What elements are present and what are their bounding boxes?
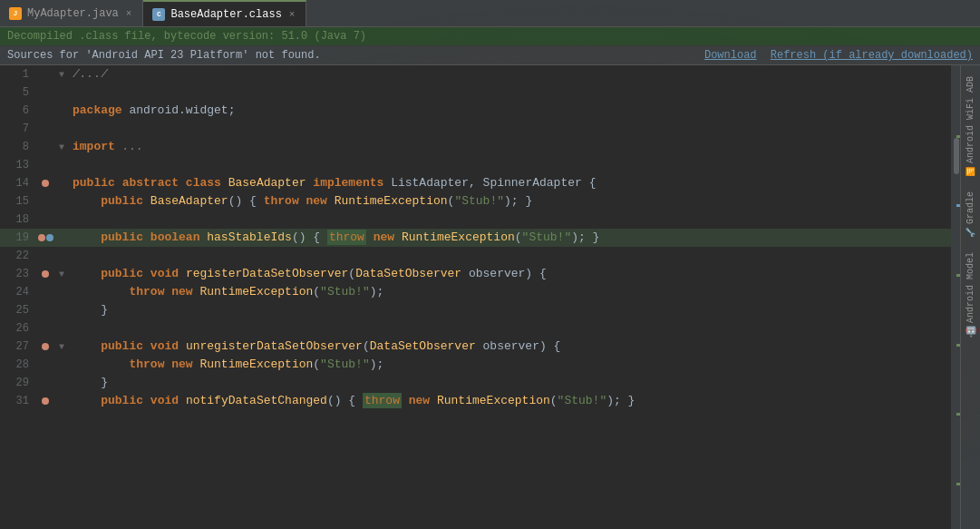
table-row: 29 } [0,374,951,392]
refresh-link[interactable]: Refresh (if already downloaded) [771,49,973,62]
line-code: import ... [69,138,951,156]
line-number: 6 [0,104,36,117]
table-row: 14 public abstract class BaseAdapter imp… [0,174,951,192]
class-file-icon: C [152,8,165,21]
table-row: 7 [0,120,951,138]
android-model-icon: 🤖 [965,327,976,338]
line-number: 7 [0,122,36,135]
scroll-marker [956,135,960,138]
line-number: 25 [0,304,36,317]
tab-baseadapter-label: BaseAdapter.class [170,8,281,21]
scrollbar-markers [951,65,960,529]
tab-myadapter-label: MyAdapter.java [27,7,119,20]
wifi-adb-icon: 📶 [966,167,975,177]
table-row: 13 [0,156,951,174]
fold-icon[interactable]: ▼ [54,342,69,352]
main-area: 1 ▼ /.../ 5 6 package android.widget; [0,65,980,529]
sidebar-tool-android-model[interactable]: 🤖 Android Model [963,249,978,342]
fold-icon[interactable]: ▼ [54,269,69,279]
line-number: 15 [0,195,36,208]
wifi-adb-label: Android WiFi ADB [965,76,975,163]
line-gutter [36,397,54,405]
tab-baseadapter[interactable]: C BaseAdapter.class × [143,0,306,26]
line-number: 1 [0,68,36,81]
code-editor[interactable]: 1 ▼ /.../ 5 6 package android.widget; [0,65,951,529]
table-row: 15 public BaseAdapter() { throw new Runt… [0,192,951,211]
table-row: 28 throw new RuntimeException("Stub!"); [0,356,951,374]
table-row: 23 ▼ public void registerDataSetObserver… [0,265,951,283]
line-number: 23 [0,268,36,280]
table-row: 18 [0,211,951,229]
tab-myadapter-close[interactable]: × [124,7,134,20]
line-code: } [69,301,951,319]
line-gutter [36,343,54,350]
breakpoint-dot[interactable] [42,343,49,350]
line-code: /.../ [69,65,951,83]
code-content: 1 ▼ /.../ 5 6 package android.widget; [0,65,951,410]
line-code: public BaseAdapter() { throw new Runtime… [69,192,951,211]
table-row: 26 [0,319,951,338]
scroll-marker [956,274,960,277]
scroll-marker [956,344,960,347]
fold-icon[interactable]: ▼ [54,70,69,80]
line-code: public boolean hasStableIds() { throw ne… [69,229,951,247]
line-gutter [36,234,54,241]
tab-myadapter[interactable]: J MyAdapter.java × [0,0,143,26]
line-code: public void notifyDataSetChanged() { thr… [69,392,951,410]
exec-dot[interactable] [46,234,53,241]
breakpoint-dot[interactable] [42,180,49,187]
table-row: 25 } [0,301,951,319]
tab-baseadapter-close[interactable]: × [287,8,297,21]
table-row: 19 public boolean hasStableIds() { throw… [0,229,951,247]
gradle-icon: 🔧 [966,228,975,238]
sidebar-tool-gradle[interactable]: 🔧 Gradle [964,188,977,241]
line-gutter [36,180,54,187]
scroll-marker [956,413,960,416]
line-number: 19 [0,231,36,244]
line-number: 31 [0,395,36,407]
line-code: throw new RuntimeException("Stub!"); [69,283,951,301]
line-number: 28 [0,358,36,371]
download-link[interactable]: Download [704,49,757,62]
line-code: public void registerDataSetObserver(Data… [69,265,951,283]
line-number: 27 [0,340,36,353]
decompiled-info-text: Decompiled .class file, bytecode version… [7,30,366,43]
right-sidebar: 📶 Android WiFi ADB 🔧 Gradle 🤖 Android Mo… [960,65,980,529]
android-model-label: Android Model [965,252,975,323]
line-code: public void unregisterDataSetObserver(Da… [69,338,951,356]
sidebar-tool-wifi-adb[interactable]: 📶 Android WiFi ADB [964,73,977,181]
line-number: 18 [0,213,36,226]
breakpoint-dot[interactable] [42,397,49,405]
line-number: 14 [0,177,36,190]
table-row: 22 [0,247,951,265]
fold-icon[interactable]: ▼ [54,142,69,152]
table-row: 1 ▼ /.../ [0,65,951,83]
sources-bar: Sources for 'Android API 23 Platform' no… [0,46,980,65]
tab-bar: J MyAdapter.java × C BaseAdapter.class × [0,0,980,27]
scroll-marker [956,483,960,485]
java-file-icon: J [9,7,22,20]
sources-actions: Download Refresh (if already downloaded) [697,49,973,62]
line-number: 5 [0,86,36,99]
breakpoint-dot[interactable] [38,234,45,241]
line-number: 29 [0,377,36,389]
table-row: 6 package android.widget; [0,102,951,120]
line-code: } [69,374,951,392]
table-row: 27 ▼ public void unregisterDataSetObserv… [0,338,951,356]
table-row: 8 ▼ import ... [0,138,951,156]
table-row: 5 [0,83,951,102]
table-row: 24 throw new RuntimeException("Stub!"); [0,283,951,301]
breakpoint-dot[interactable] [42,270,49,278]
scroll-marker [956,204,960,207]
line-code: package android.widget; [69,102,951,120]
gradle-label: Gradle [965,191,975,224]
line-number: 8 [0,141,36,153]
vertical-scrollbar[interactable] [951,65,960,529]
decompiled-info-bar: Decompiled .class file, bytecode version… [0,27,980,46]
line-number: 24 [0,286,36,299]
line-code: public abstract class BaseAdapter implem… [69,174,951,192]
sources-not-found-text: Sources for 'Android API 23 Platform' no… [7,49,321,62]
line-gutter [36,270,54,278]
table-row: 31 public void notifyDataSetChanged() { … [0,392,951,410]
line-number: 26 [0,322,36,335]
